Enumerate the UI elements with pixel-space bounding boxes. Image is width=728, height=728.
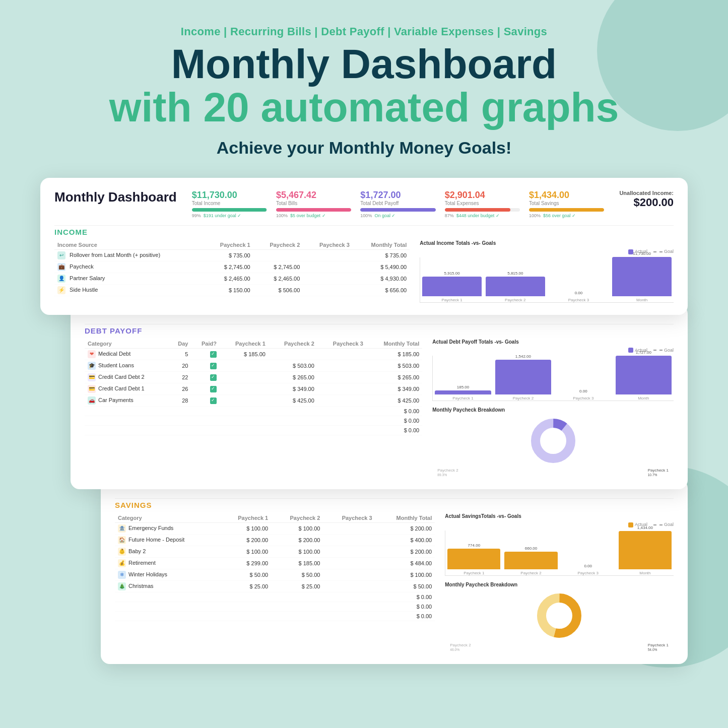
income-th-p2: Paycheck 2 xyxy=(253,240,303,250)
unallocated-block: Unallocated Income: $200.00 xyxy=(619,190,674,209)
bar-x-label: Paycheck 3 xyxy=(578,571,599,575)
debt-donut-p1-label: Paycheck 110.7% xyxy=(648,468,669,477)
bar-value-label: 1,727.00 xyxy=(636,350,651,355)
income-row-p2 xyxy=(253,250,303,261)
dashboard-title-block: Monthly Dashboard xyxy=(54,190,177,205)
savings-table-row: 👶Baby 2 $ 100.00 $ 100.00 $ 200.00 xyxy=(115,546,435,558)
debt-row-day xyxy=(169,406,191,416)
bar-col xyxy=(422,277,482,296)
savings-th-p2: Paycheck 2 xyxy=(271,513,323,523)
debt-checkbox-checked[interactable] xyxy=(210,398,217,404)
bar-value-label: 660.00 xyxy=(525,546,537,551)
debt-row-icon: 🎓 xyxy=(88,362,96,370)
debt-row-category: ❤Medical Debt xyxy=(85,348,169,360)
debt-row-p2 xyxy=(269,416,317,425)
bar-x-label: Paycheck 2 xyxy=(505,298,525,302)
debt-table-row: 💳Credit Card Debt 2 22 $ 265.00 $ 265.00 xyxy=(85,371,422,383)
income-th-p3: Paycheck 3 xyxy=(303,240,353,250)
card-top: Monthly Dashboard $11,730.00 Total Incom… xyxy=(40,178,688,315)
bar-value-label: 1,542.00 xyxy=(515,354,531,359)
income-row-p2: $ 506.00 xyxy=(253,285,303,296)
savings-table-row: ❄Winter Holidays $ 50.00 $ 50.00 $ 100.0… xyxy=(115,569,435,581)
bar-group: 5,815.00 Paycheck 2 xyxy=(486,271,545,302)
debt-donut-chart xyxy=(432,416,674,466)
income-table: Income Source Paycheck 1 Paycheck 2 Payc… xyxy=(54,240,410,296)
savings-row-p3 xyxy=(323,592,375,602)
bar-x-label: Paycheck 1 xyxy=(464,571,484,575)
debt-checkbox-checked[interactable] xyxy=(210,363,217,369)
savings-row-p1: $ 200.00 xyxy=(219,535,271,546)
income-row-icon: 👤 xyxy=(57,275,65,283)
savings-table-row: 🏠Future Home - Deposit $ 200.00 $ 200.00… xyxy=(115,535,435,546)
bar-col xyxy=(616,356,672,394)
savings-row-total: $ 0.00 xyxy=(375,602,435,612)
debt-row-day: 5 xyxy=(169,348,191,360)
income-row-p3 xyxy=(303,285,353,296)
savings-row-p3 xyxy=(323,546,375,558)
savings-row-category: 🏦Emergency Funds xyxy=(115,523,219,535)
income-row-p2: $ 2,745.00 xyxy=(253,261,303,273)
debt-row-category: 🎓Student Loans xyxy=(85,360,169,371)
debt-row-total: $ 503.00 xyxy=(366,360,422,371)
savings-table-row: $ 0.00 xyxy=(115,602,435,612)
debt-row-p1 xyxy=(220,425,269,435)
savings-row-p3 xyxy=(323,535,375,546)
debt-row-p1 xyxy=(220,416,269,425)
savings-row-p3 xyxy=(323,581,375,592)
income-row-source: 💼 Paycheck xyxy=(54,261,204,273)
income-row-p3 xyxy=(303,273,353,285)
metric-savings-bar-fill xyxy=(529,208,604,212)
debt-table-row: $ 0.00 xyxy=(85,416,422,425)
income-row-source: 👤 Partner Salary xyxy=(54,273,204,285)
bar-group: 185.00 Paycheck 1 xyxy=(435,385,491,401)
income-table-row: 👤 Partner Salary $ 2,465.00 $ 2,465.00 $… xyxy=(54,273,410,285)
savings-row-icon: 🏦 xyxy=(118,524,126,533)
bar-group: 5,915.00 Paycheck 1 xyxy=(422,271,482,302)
bar-value-label: 5,915.00 xyxy=(444,271,460,276)
savings-row-icon: 🎄 xyxy=(118,582,126,590)
income-row-p1: $ 150.00 xyxy=(204,285,253,296)
debt-row-total: $ 0.00 xyxy=(366,406,422,416)
debt-checkbox-checked[interactable] xyxy=(210,351,217,358)
savings-donut-label-row: Paycheck 246.0% Paycheck 154.0% xyxy=(445,643,674,652)
savings-row-p2: $ 50.00 xyxy=(271,569,323,581)
debt-row-p2: $ 503.00 xyxy=(269,360,317,371)
debt-row-p1 xyxy=(220,406,269,416)
debt-th-day: Day xyxy=(169,339,191,349)
savings-table-row: 🎄Christmas $ 25.00 $ 25.00 $ 50.00 xyxy=(115,581,435,592)
debt-row-day: 26 xyxy=(169,383,191,394)
bar-value-label: 0.00 xyxy=(575,291,583,295)
dashboard-title: Monthly Dashboard xyxy=(54,190,177,205)
savings-th-total: Monthly Total xyxy=(375,513,435,523)
bar-group: 0.00 Paycheck 3 xyxy=(555,389,611,401)
savings-row-p2 xyxy=(271,612,323,621)
savings-chart-col: Actual SavingsTotals -vs- Goals Actual G… xyxy=(445,513,674,652)
debt-row-p2 xyxy=(269,425,317,435)
card-bottom: SAVINGS Category Paycheck 1 Paycheck 2 P… xyxy=(101,479,688,664)
debt-donut-section: Monthly Paycheck Breakdown xyxy=(432,407,674,477)
debt-checkbox-checked[interactable] xyxy=(210,374,217,381)
savings-row-p1 xyxy=(219,612,271,621)
debt-row-total: $ 0.00 xyxy=(366,416,422,425)
savings-row-p3 xyxy=(323,523,375,535)
income-chart-area: 5,915.00 Paycheck 1 5,815.00 Paycheck 2 … xyxy=(420,257,674,303)
metric-debt-bar-fill xyxy=(360,208,435,212)
income-row-source: ↩ Rollover from Last Month (+ positive) xyxy=(54,250,204,261)
metric-expenses-sub: 87% $448 under budget ✓ xyxy=(445,213,520,218)
debt-table-row: $ 0.00 xyxy=(85,425,422,435)
savings-table: Category Paycheck 1 Paycheck 2 Paycheck … xyxy=(115,513,435,621)
debt-table-row: ❤Medical Debt 5 $ 185.00 $ 185.00 xyxy=(85,348,422,360)
bar-value-label: 11,730.00 xyxy=(633,251,651,256)
debt-th-paid: Paid? xyxy=(191,339,220,349)
debt-chart-title: Actual Debt Payoff Totals -vs- Goals xyxy=(432,339,674,345)
savings-donut-labels: Paycheck 246.0% Paycheck 154.0% xyxy=(445,643,674,652)
debt-two-col: Category Day Paid? Paycheck 1 Paycheck 2… xyxy=(85,339,674,478)
income-row-icon: 💼 xyxy=(57,263,65,271)
debt-checkbox-checked[interactable] xyxy=(210,386,217,392)
bar-value-label: 5,815.00 xyxy=(507,271,523,276)
debt-table-row: 🎓Student Loans 20 $ 503.00 $ 503.00 xyxy=(85,360,422,371)
income-chart-col: Actual Income Totals -vs- Goals Actual G… xyxy=(420,240,674,303)
savings-table-row: 💰Retirement $ 299.00 $ 185.00 $ 484.00 xyxy=(115,558,435,569)
income-row-p3 xyxy=(303,250,353,261)
metric-debt: $1,727.00 Total Debt Payoff 100% On goal… xyxy=(360,190,435,218)
